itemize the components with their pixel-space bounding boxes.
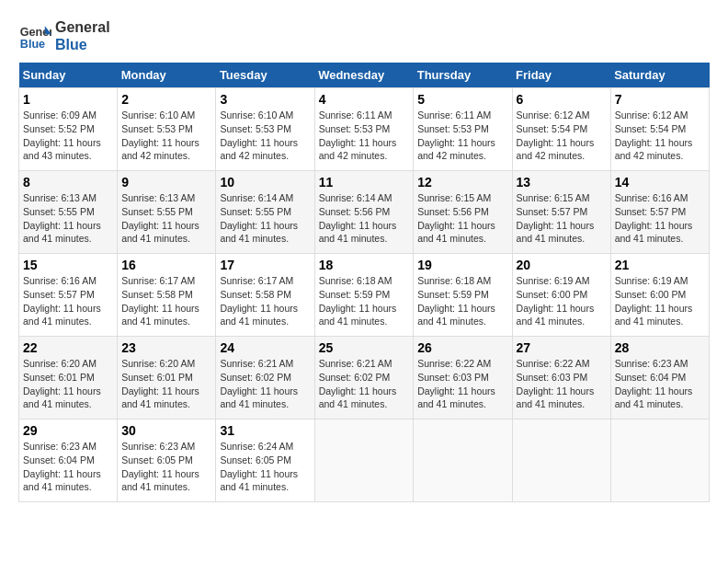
day-info: Sunrise: 6:18 AMSunset: 5:59 PMDaylight:… — [319, 275, 397, 327]
svg-text:Blue: Blue — [20, 38, 45, 51]
calendar-cell: 25 Sunrise: 6:21 AMSunset: 6:02 PMDaylig… — [314, 337, 414, 419]
day-number: 14 — [615, 175, 705, 190]
day-info: Sunrise: 6:10 AMSunset: 5:53 PMDaylight:… — [220, 109, 298, 161]
day-number: 22 — [23, 340, 113, 355]
calendar-cell: 14 Sunrise: 6:16 AMSunset: 5:57 PMDaylig… — [610, 171, 709, 254]
calendar-cell: 11 Sunrise: 6:14 AMSunset: 5:56 PMDaylig… — [314, 171, 414, 254]
week-row-1: 1 Sunrise: 6:09 AMSunset: 5:52 PMDayligh… — [19, 88, 710, 171]
day-number: 4 — [319, 92, 410, 107]
day-number: 30 — [121, 423, 211, 438]
day-info: Sunrise: 6:15 AMSunset: 5:57 PMDaylight:… — [517, 192, 595, 244]
day-number: 18 — [319, 258, 410, 272]
day-number: 25 — [319, 340, 410, 355]
calendar-cell: 28 Sunrise: 6:23 AMSunset: 6:04 PMDaylig… — [610, 337, 709, 419]
logo-line2: Blue — [55, 36, 110, 53]
day-info: Sunrise: 6:14 AMSunset: 5:56 PMDaylight:… — [319, 192, 397, 244]
day-number: 23 — [121, 340, 211, 355]
day-number: 16 — [121, 258, 211, 272]
day-info: Sunrise: 6:15 AMSunset: 5:56 PMDaylight:… — [417, 192, 495, 244]
day-number: 27 — [517, 340, 607, 355]
day-info: Sunrise: 6:22 AMSunset: 6:03 PMDaylight:… — [517, 358, 595, 409]
header-day-sunday: Sunday — [19, 63, 118, 88]
day-info: Sunrise: 6:14 AMSunset: 5:55 PMDaylight:… — [220, 192, 298, 244]
day-info: Sunrise: 6:17 AMSunset: 5:58 PMDaylight:… — [121, 275, 199, 327]
day-info: Sunrise: 6:19 AMSunset: 6:00 PMDaylight:… — [517, 275, 595, 327]
week-row-4: 22 Sunrise: 6:20 AMSunset: 6:01 PMDaylig… — [19, 337, 710, 419]
week-row-5: 29 Sunrise: 6:23 AMSunset: 6:04 PMDaylig… — [19, 419, 710, 502]
day-number: 1 — [23, 92, 113, 107]
day-number: 8 — [23, 175, 113, 190]
day-number: 21 — [615, 258, 705, 272]
calendar-cell: 7 Sunrise: 6:12 AMSunset: 5:54 PMDayligh… — [610, 88, 709, 171]
day-number: 11 — [319, 175, 410, 190]
header-day-wednesday: Wednesday — [314, 63, 414, 88]
day-number: 28 — [615, 340, 705, 355]
calendar-cell — [414, 419, 512, 502]
week-row-3: 15 Sunrise: 6:16 AMSunset: 5:57 PMDaylig… — [19, 254, 710, 337]
calendar-cell: 16 Sunrise: 6:17 AMSunset: 5:58 PMDaylig… — [118, 254, 216, 337]
day-info: Sunrise: 6:11 AMSunset: 5:53 PMDaylight:… — [417, 109, 495, 161]
calendar-cell: 20 Sunrise: 6:19 AMSunset: 6:00 PMDaylig… — [512, 254, 610, 337]
day-number: 12 — [417, 175, 507, 190]
day-info: Sunrise: 6:16 AMSunset: 5:57 PMDaylight:… — [23, 275, 101, 327]
day-info: Sunrise: 6:22 AMSunset: 6:03 PMDaylight:… — [417, 358, 495, 409]
day-info: Sunrise: 6:17 AMSunset: 5:58 PMDaylight:… — [220, 275, 298, 327]
day-info: Sunrise: 6:19 AMSunset: 6:00 PMDaylight:… — [615, 275, 693, 327]
day-info: Sunrise: 6:16 AMSunset: 5:57 PMDaylight:… — [615, 192, 693, 244]
logo-icon: General Blue — [18, 19, 51, 52]
day-info: Sunrise: 6:18 AMSunset: 5:59 PMDaylight:… — [417, 275, 495, 327]
calendar-cell: 13 Sunrise: 6:15 AMSunset: 5:57 PMDaylig… — [512, 171, 610, 254]
calendar-cell — [512, 419, 610, 502]
calendar-cell: 15 Sunrise: 6:16 AMSunset: 5:57 PMDaylig… — [19, 254, 118, 337]
calendar-cell: 9 Sunrise: 6:13 AMSunset: 5:55 PMDayligh… — [118, 171, 216, 254]
calendar-cell: 29 Sunrise: 6:23 AMSunset: 6:04 PMDaylig… — [19, 419, 118, 502]
header-day-thursday: Thursday — [414, 63, 512, 88]
logo-line1: General — [55, 18, 110, 36]
day-info: Sunrise: 6:10 AMSunset: 5:53 PMDaylight:… — [121, 109, 199, 161]
day-info: Sunrise: 6:12 AMSunset: 5:54 PMDaylight:… — [615, 109, 693, 161]
day-info: Sunrise: 6:20 AMSunset: 6:01 PMDaylight:… — [23, 358, 101, 409]
calendar-cell: 5 Sunrise: 6:11 AMSunset: 5:53 PMDayligh… — [414, 88, 512, 171]
week-row-2: 8 Sunrise: 6:13 AMSunset: 5:55 PMDayligh… — [19, 171, 710, 254]
day-number: 24 — [220, 340, 310, 355]
day-number: 3 — [220, 92, 310, 107]
day-number: 15 — [23, 258, 113, 272]
day-number: 7 — [615, 92, 705, 107]
calendar-cell: 19 Sunrise: 6:18 AMSunset: 5:59 PMDaylig… — [414, 254, 512, 337]
day-info: Sunrise: 6:23 AMSunset: 6:05 PMDaylight:… — [121, 441, 199, 492]
calendar-table: SundayMondayTuesdayWednesdayThursdayFrid… — [18, 63, 710, 502]
day-number: 2 — [121, 92, 211, 107]
header-day-saturday: Saturday — [610, 63, 709, 88]
calendar-cell: 8 Sunrise: 6:13 AMSunset: 5:55 PMDayligh… — [19, 171, 118, 254]
calendar-cell: 1 Sunrise: 6:09 AMSunset: 5:52 PMDayligh… — [19, 88, 118, 171]
day-number: 9 — [121, 175, 211, 190]
calendar-cell: 6 Sunrise: 6:12 AMSunset: 5:54 PMDayligh… — [512, 88, 610, 171]
calendar-cell: 3 Sunrise: 6:10 AMSunset: 5:53 PMDayligh… — [216, 88, 314, 171]
day-info: Sunrise: 6:23 AMSunset: 6:04 PMDaylight:… — [615, 358, 693, 409]
calendar-cell: 4 Sunrise: 6:11 AMSunset: 5:53 PMDayligh… — [314, 88, 414, 171]
day-number: 17 — [220, 258, 310, 272]
day-number: 6 — [517, 92, 607, 107]
header: General Blue General Blue — [18, 18, 710, 53]
calendar-cell: 24 Sunrise: 6:21 AMSunset: 6:02 PMDaylig… — [216, 337, 314, 419]
calendar-cell: 18 Sunrise: 6:18 AMSunset: 5:59 PMDaylig… — [314, 254, 414, 337]
day-info: Sunrise: 6:13 AMSunset: 5:55 PMDaylight:… — [23, 192, 101, 244]
day-info: Sunrise: 6:21 AMSunset: 6:02 PMDaylight:… — [220, 358, 298, 409]
calendar-cell: 17 Sunrise: 6:17 AMSunset: 5:58 PMDaylig… — [216, 254, 314, 337]
header-row: SundayMondayTuesdayWednesdayThursdayFrid… — [19, 63, 710, 88]
day-info: Sunrise: 6:11 AMSunset: 5:53 PMDaylight:… — [319, 109, 397, 161]
calendar-cell — [610, 419, 709, 502]
logo: General Blue General Blue — [18, 18, 110, 53]
day-number: 13 — [517, 175, 607, 190]
header-day-monday: Monday — [118, 63, 216, 88]
day-number: 31 — [220, 423, 310, 438]
calendar-cell: 30 Sunrise: 6:23 AMSunset: 6:05 PMDaylig… — [118, 419, 216, 502]
day-number: 29 — [23, 423, 113, 438]
calendar-cell — [314, 419, 414, 502]
calendar-cell: 21 Sunrise: 6:19 AMSunset: 6:00 PMDaylig… — [610, 254, 709, 337]
calendar-cell: 22 Sunrise: 6:20 AMSunset: 6:01 PMDaylig… — [19, 337, 118, 419]
day-info: Sunrise: 6:21 AMSunset: 6:02 PMDaylight:… — [319, 358, 397, 409]
day-number: 20 — [517, 258, 607, 272]
calendar-cell: 2 Sunrise: 6:10 AMSunset: 5:53 PMDayligh… — [118, 88, 216, 171]
day-number: 5 — [417, 92, 507, 107]
